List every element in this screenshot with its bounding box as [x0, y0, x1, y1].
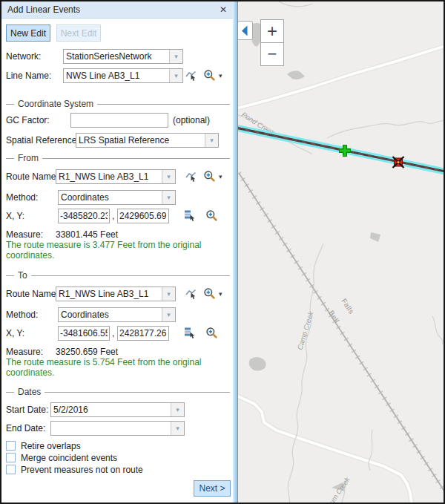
map-container: Pond Creek Falls Bell Camp Creek um Cree…: [237, 1, 444, 503]
prevent-measures-label: Prevent measures not on route: [21, 465, 143, 475]
to-route-name-label: Route Name:: [6, 289, 59, 299]
spatial-reference-label: Spatial Reference:: [6, 135, 79, 145]
network-dropdown[interactable]: StationSeriesNetwork ▾: [63, 49, 183, 64]
to-route-name-dropdown[interactable]: R1_NWS Line AB3_L1 ▾: [56, 287, 176, 301]
xy-comma: ,: [112, 328, 114, 338]
map-canvas[interactable]: Pond Creek Falls Bell Camp Creek um Cree…: [238, 1, 444, 503]
pick-coordinates-icon[interactable]: [184, 209, 196, 225]
dates-legend: Dates: [18, 387, 41, 397]
dates-section-header: Dates: [6, 387, 230, 397]
zoom-out-button[interactable]: −: [261, 43, 284, 66]
coordinate-system-section-header: Coordinate System: [6, 99, 230, 109]
gc-factor-optional-hint: (optional): [173, 115, 210, 125]
separator-line: [6, 104, 14, 105]
to-method-label: Method:: [6, 310, 38, 320]
to-method-value: Coordinates: [59, 308, 162, 321]
zoom-in-button[interactable]: +: [261, 20, 284, 43]
merge-coincident-events-label: Merge coincident events: [21, 453, 117, 463]
chevron-down-icon[interactable]: ▾: [219, 72, 222, 79]
chevron-down-icon[interactable]: ▾: [162, 308, 175, 321]
retire-overlaps-checkbox[interactable]: [6, 441, 16, 451]
spatial-reference-dropdown[interactable]: LRS Spatial Reference ▾: [76, 133, 219, 148]
to-location-marker: [393, 157, 404, 168]
line-name-value: NWS Line AB3_L1: [64, 69, 169, 82]
to-xy-label: X, Y:: [6, 328, 24, 338]
to-legend: To: [18, 270, 27, 281]
line-name-label: Line Name:: [6, 71, 51, 81]
gc-factor-label: GC Factor:: [6, 115, 50, 125]
from-method-dropdown[interactable]: Coordinates ▾: [58, 190, 176, 205]
select-route-on-map-icon[interactable]: [185, 171, 197, 186]
from-measure-label: Measure:: [6, 229, 43, 240]
start-date-value: 5/2/2016: [51, 403, 171, 416]
separator-line: [31, 275, 230, 276]
new-edit-button[interactable]: New Edit: [6, 24, 50, 42]
separator-line: [42, 158, 230, 159]
from-method-value: Coordinates: [59, 191, 162, 204]
plus-icon: +: [267, 21, 277, 41]
panel-title: Add Linear Events: [7, 4, 80, 15]
merge-coincident-events-checkbox[interactable]: [6, 453, 16, 462]
to-measure-label: Measure:: [6, 347, 43, 357]
to-section-header: To: [6, 270, 230, 281]
panel-header: Add Linear Events ✕: [1, 1, 233, 19]
chevron-down-icon[interactable]: ▾: [219, 290, 222, 298]
from-route-name-label: Route Name:: [6, 171, 59, 182]
chevron-down-icon[interactable]: ▾: [205, 134, 218, 147]
separator-line: [6, 158, 14, 159]
separator-line: [44, 392, 230, 393]
coordinate-system-legend: Coordinate System: [18, 99, 93, 109]
zoom-to-route-icon[interactable]: [203, 170, 216, 186]
network-label: Network:: [6, 51, 41, 62]
start-date-label: Start Date:: [6, 405, 48, 415]
network-value: StationSeriesNetwork: [64, 50, 169, 63]
to-route-name-value: R1_NWS Line AB3_L1: [56, 287, 162, 301]
pick-coordinates-icon[interactable]: [184, 327, 196, 342]
application-window: Add Linear Events ✕ New Edit Next Edit N…: [0, 0, 445, 504]
to-x-input[interactable]: [58, 326, 110, 341]
chevron-down-icon[interactable]: ▾: [219, 173, 222, 180]
from-x-input[interactable]: [58, 209, 110, 223]
gc-factor-input[interactable]: [70, 113, 168, 128]
chevron-down-icon[interactable]: ▾: [162, 170, 175, 183]
chevron-down-icon[interactable]: ▾: [162, 191, 175, 204]
select-line-on-map-icon[interactable]: [185, 70, 197, 85]
end-date-label: End Date:: [6, 423, 45, 433]
spatial-reference-value: LRS Spatial Reference: [76, 134, 205, 147]
from-route-name-dropdown[interactable]: R1_NWS Line AB3_L1 ▾: [56, 169, 176, 184]
collapse-panel-button[interactable]: [238, 22, 253, 40]
zoom-to-coordinates-icon[interactable]: [205, 209, 218, 225]
add-linear-events-panel: Add Linear Events ✕ New Edit Next Edit N…: [1, 1, 233, 503]
chevron-down-icon[interactable]: ▾: [169, 50, 182, 63]
close-icon[interactable]: ✕: [220, 4, 227, 15]
chevron-down-icon[interactable]: ▾: [171, 422, 184, 435]
to-y-input[interactable]: [117, 326, 169, 341]
from-measure-value: 33801.445 Feet: [56, 229, 118, 240]
next-button[interactable]: Next >: [194, 480, 231, 497]
separator-line: [6, 392, 14, 393]
select-route-on-map-icon[interactable]: [185, 288, 197, 303]
from-method-label: Method:: [6, 192, 38, 203]
end-date-dropdown[interactable]: ▾: [50, 421, 185, 436]
separator-line: [97, 104, 230, 105]
separator-line: [6, 275, 14, 276]
zoom-to-line-icon[interactable]: [203, 69, 216, 85]
from-route-name-value: R1_NWS Line AB3_L1: [56, 170, 162, 183]
from-y-input[interactable]: [117, 209, 169, 223]
zoom-to-route-icon[interactable]: [203, 287, 216, 303]
to-method-dropdown[interactable]: Coordinates ▾: [58, 307, 176, 322]
start-date-dropdown[interactable]: 5/2/2016 ▾: [50, 402, 185, 417]
from-xy-label: X, Y:: [6, 211, 24, 221]
chevron-down-icon[interactable]: ▾: [171, 403, 184, 416]
minus-icon: −: [268, 45, 277, 63]
xy-comma: ,: [112, 211, 114, 221]
zoom-to-coordinates-icon[interactable]: [205, 327, 218, 342]
line-name-dropdown[interactable]: NWS Line AB3_L1 ▾: [63, 68, 183, 83]
from-section-header: From: [6, 153, 230, 163]
prevent-measures-checkbox[interactable]: [6, 465, 16, 474]
retire-overlaps-label: Retire overlaps: [21, 441, 81, 451]
chevron-down-icon[interactable]: ▾: [162, 287, 175, 301]
from-measure-note: The route measure is 3.477 Feet from the…: [6, 240, 230, 261]
chevron-down-icon[interactable]: ▾: [169, 69, 182, 82]
from-legend: From: [18, 153, 39, 163]
